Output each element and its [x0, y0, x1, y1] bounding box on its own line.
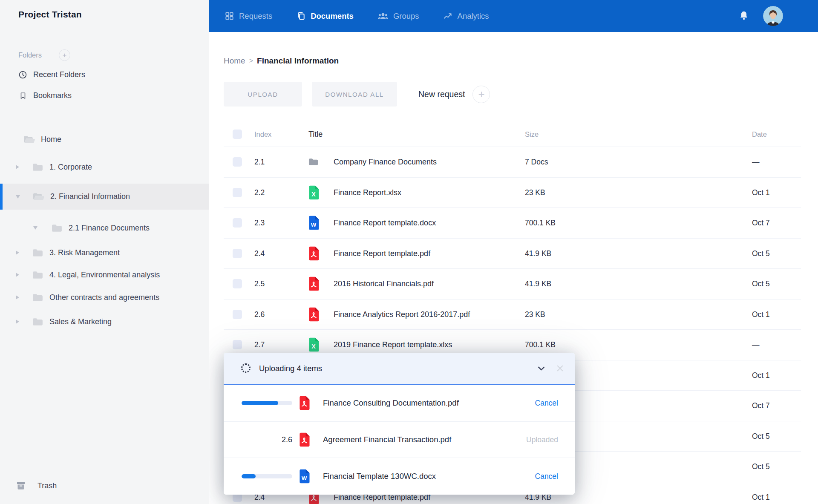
- upload-item: 2.6 Agreement Financial Transaction.pdf …: [224, 422, 575, 458]
- folder-label: 3. Risk Management: [49, 248, 120, 257]
- folder-icon: [32, 317, 44, 326]
- header-size: Size: [525, 130, 539, 138]
- sidebar-item-label: Trash: [37, 481, 57, 490]
- folder-tree-item[interactable]: 2. Financial Information: [0, 184, 209, 210]
- row-date: Oct 1: [752, 371, 770, 380]
- row-date: Oct 5: [752, 432, 770, 441]
- sidebar-item-trash[interactable]: Trash: [15, 476, 57, 495]
- nav-tab[interactable]: Analytics: [443, 11, 489, 21]
- tree-caret-icon[interactable]: [16, 295, 19, 300]
- row-index: 2.5: [254, 279, 265, 288]
- row-date: Oct 5: [752, 249, 770, 258]
- row-checkbox[interactable]: [233, 340, 242, 349]
- upload-item-name: Finance Consulting Documentation.pdf: [323, 398, 459, 408]
- project-title: Project Tristan: [18, 9, 82, 20]
- file-type-icon: [308, 307, 320, 321]
- progress-bar: [242, 474, 292, 478]
- upload-status: Uploaded: [526, 435, 558, 444]
- row-checkbox[interactable]: [233, 157, 242, 167]
- table-row[interactable]: 2.5 2016 Historical Financials.pdf 41.9 …: [224, 269, 801, 300]
- nav-tab[interactable]: Requests: [225, 11, 272, 21]
- row-size: 700.1 KB: [525, 340, 556, 349]
- tree-caret-icon[interactable]: [16, 165, 19, 169]
- file-type-icon: [308, 246, 320, 260]
- folder-tree-item[interactable]: 3. Risk Management: [0, 243, 209, 262]
- folder-icon: [51, 224, 63, 233]
- row-checkbox[interactable]: [233, 310, 242, 319]
- folder-label: Sales & Marketing: [49, 317, 112, 326]
- row-checkbox[interactable]: [233, 279, 242, 288]
- plus-icon: +: [472, 86, 490, 103]
- folder-tree-item[interactable]: 4. Legal, Environmental analysis: [0, 265, 209, 285]
- table-row[interactable]: 2.6 Finance Analytics Report 2016-2017.p…: [224, 300, 801, 330]
- nav-tab[interactable]: Documents: [296, 11, 354, 21]
- folder-tree-item[interactable]: Sales & Marketing: [0, 312, 209, 331]
- folder-label: 1. Corporate: [49, 163, 92, 172]
- folder-tree-item[interactable]: 1. Corporate: [0, 157, 209, 177]
- select-all-checkbox[interactable]: [233, 130, 242, 139]
- nav-tab[interactable]: Groups: [377, 11, 419, 22]
- row-title: Finance Report template.docx: [334, 219, 436, 228]
- row-size: 23 KB: [525, 188, 545, 197]
- file-type-icon: W: [299, 469, 311, 483]
- svg-text:X: X: [311, 343, 316, 350]
- tree-caret-icon[interactable]: [16, 320, 19, 324]
- file-type-icon: [299, 432, 311, 446]
- breadcrumb-current: Financial Information: [257, 56, 339, 66]
- cancel-link[interactable]: Cancel: [535, 472, 558, 481]
- table-row[interactable]: 2.3 W Finance Report template.docx 700.1…: [224, 208, 801, 239]
- row-size: 23 KB: [525, 310, 545, 319]
- folders-section-label: Folders: [18, 51, 42, 59]
- row-index: 2.2: [254, 188, 265, 197]
- upload-button[interactable]: UPLOAD: [224, 82, 302, 107]
- user-avatar[interactable]: [763, 6, 783, 26]
- download-all-button[interactable]: DOWNLOAD ALL: [312, 82, 397, 107]
- nav-tab-label: Analytics: [458, 12, 489, 21]
- row-size: 700.1 KB: [525, 219, 556, 228]
- row-date: Oct 5: [752, 279, 770, 288]
- row-date: —: [752, 340, 760, 349]
- tree-caret-icon[interactable]: [16, 273, 19, 277]
- tree-caret-icon[interactable]: [33, 226, 37, 230]
- file-type-icon: [308, 158, 319, 166]
- upload-panel-header: Uploading 4 items: [224, 353, 575, 384]
- app-root: Project Tristan Folders + Recent Folders…: [0, 0, 818, 504]
- nav-tab-icon: [443, 11, 453, 21]
- folder-label: Home: [41, 135, 61, 144]
- table-row[interactable]: 2.1 Company Finance Documents 7 Docs —: [224, 147, 801, 178]
- folder-label: 2.1 Finance Documents: [69, 224, 150, 233]
- upload-item-name: Financial Template 130WC.docx: [323, 472, 436, 481]
- nav-tab-label: Groups: [393, 12, 419, 21]
- add-folder-button[interactable]: +: [59, 49, 70, 61]
- row-checkbox[interactable]: [233, 218, 242, 228]
- row-checkbox[interactable]: [233, 249, 242, 258]
- breadcrumb-home-link[interactable]: Home: [224, 56, 245, 66]
- tree-caret-icon[interactable]: [16, 195, 20, 199]
- close-icon[interactable]: [555, 363, 565, 373]
- sidebar-item-recent-folders[interactable]: Recent Folders: [18, 68, 85, 81]
- main-content: Home > Financial Information UPLOAD DOWN…: [209, 32, 818, 504]
- tree-caret-icon[interactable]: [16, 251, 19, 255]
- table-row[interactable]: 2.2 X Finance Report.xlsx 23 KB Oct 1: [224, 178, 801, 208]
- row-title: 2016 Historical Financials.pdf: [334, 279, 434, 288]
- table-row[interactable]: 2.4 Finance Report template.pdf 41.9 KB …: [224, 239, 801, 269]
- upload-panel-title: Uploading 4 items: [259, 364, 322, 373]
- folder-tree-item[interactable]: Other contracts and agreements: [0, 288, 209, 307]
- nav-tabs: Requests Documents Groups Analytics: [225, 0, 489, 32]
- sidebar: Project Tristan Folders + Recent Folders…: [0, 0, 209, 504]
- upload-item-index: 2.6: [242, 435, 292, 444]
- row-checkbox[interactable]: [233, 188, 242, 197]
- row-size: 41.9 KB: [525, 279, 551, 288]
- row-title: Finance Analytics Report 2016-2017.pdf: [334, 310, 470, 319]
- new-request-button[interactable]: New request +: [418, 86, 490, 103]
- notifications-bell-icon[interactable]: [738, 10, 749, 21]
- folder-icon: [33, 192, 45, 201]
- folder-tree-item[interactable]: Home: [0, 130, 209, 149]
- folder-icon: [23, 135, 35, 144]
- cancel-link[interactable]: Cancel: [535, 399, 558, 408]
- folder-tree-item[interactable]: 2.1 Finance Documents: [0, 218, 209, 238]
- new-request-label: New request: [418, 89, 465, 99]
- row-date: Oct 1: [752, 188, 770, 197]
- sidebar-item-bookmarks[interactable]: Bookmarks: [18, 89, 72, 102]
- chevron-down-icon[interactable]: [536, 363, 547, 374]
